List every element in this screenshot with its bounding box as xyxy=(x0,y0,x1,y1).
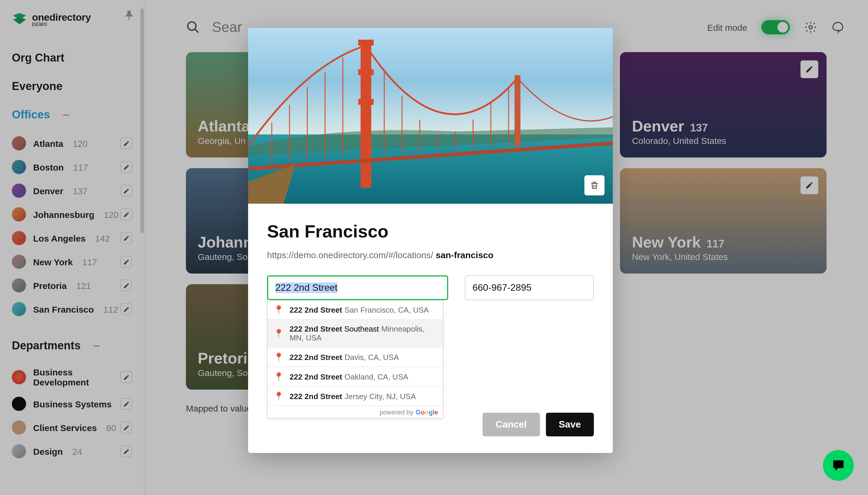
svg-rect-6 xyxy=(358,40,374,46)
address-suggestion-item[interactable]: 📍 222 2nd StreetOakland, CA, USA xyxy=(267,367,443,387)
svg-rect-5 xyxy=(361,40,371,188)
map-pin-icon: 📍 xyxy=(274,305,283,314)
address-suggestions: 📍 222 2nd StreetSan Francisco, CA, USA 📍… xyxy=(267,300,444,419)
delete-image-button[interactable] xyxy=(585,175,605,195)
modal-hero-image xyxy=(248,28,613,204)
map-pin-icon: 📍 xyxy=(274,372,283,381)
svg-rect-7 xyxy=(358,69,374,75)
address-suggestion-item[interactable]: 📍 222 2nd StreetSan Francisco, CA, USA xyxy=(267,300,443,320)
map-pin-icon: 📍 xyxy=(274,352,283,362)
address-input[interactable] xyxy=(267,275,448,300)
modal-url: https://demo.onedirectory.com/#/location… xyxy=(267,250,594,260)
edit-office-modal: San Francisco https://demo.onedirectory.… xyxy=(248,28,613,453)
svg-rect-8 xyxy=(358,99,374,105)
address-suggestion-item[interactable]: 📍 222 2nd StreetJersey City, NJ, USA xyxy=(267,387,443,406)
phone-input[interactable] xyxy=(465,275,594,300)
cancel-button[interactable]: Cancel xyxy=(483,413,540,437)
map-pin-icon: 📍 xyxy=(274,391,283,401)
map-pin-icon: 📍 xyxy=(274,329,283,338)
save-button[interactable]: Save xyxy=(545,413,594,437)
chat-widget[interactable] xyxy=(823,450,854,481)
modal-title: San Francisco xyxy=(267,221,594,242)
svg-rect-9 xyxy=(515,75,520,146)
address-suggestion-item[interactable]: 📍 222 2nd StreetDavis, CA, USA xyxy=(267,347,443,367)
svg-rect-3 xyxy=(248,28,613,134)
powered-by-google: powered by Google xyxy=(267,406,443,418)
address-suggestion-item[interactable]: 📍 222 2nd Street SoutheastMinneapolis, M… xyxy=(267,320,443,347)
